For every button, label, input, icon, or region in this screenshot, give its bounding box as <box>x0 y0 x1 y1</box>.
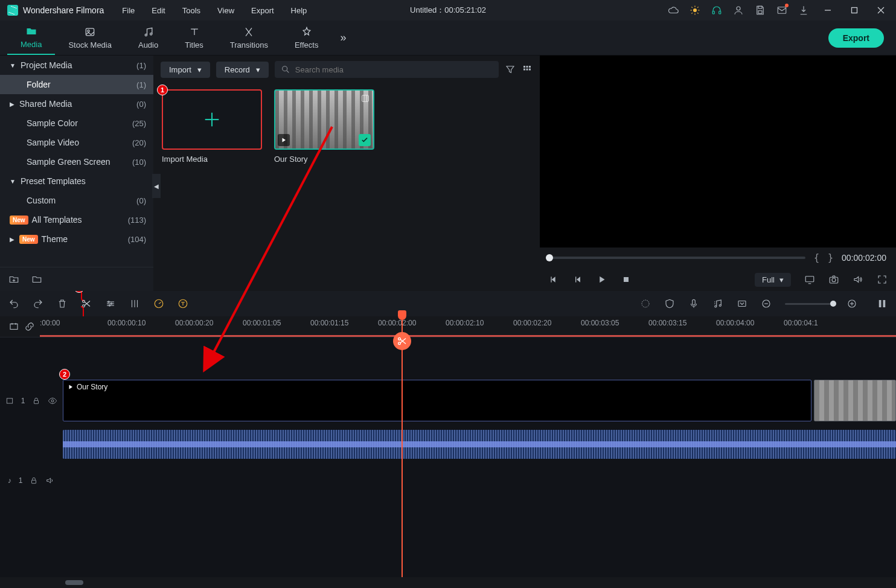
volume-icon[interactable] <box>853 274 863 285</box>
seek-track[interactable] <box>549 257 805 259</box>
audio-clip[interactable] <box>63 430 896 459</box>
mark-out-button[interactable]: } <box>828 252 833 263</box>
new-badge: New <box>19 235 38 244</box>
quality-dropdown[interactable]: Full▾ <box>755 273 791 287</box>
minimize-button[interactable] <box>820 5 836 16</box>
undo-button[interactable] <box>8 298 19 309</box>
plus-icon <box>202 109 222 130</box>
timeline-scrollbar[interactable] <box>0 577 896 588</box>
stop-button[interactable] <box>621 274 632 285</box>
mic-icon[interactable] <box>688 298 699 309</box>
text-icon[interactable] <box>178 298 188 309</box>
video-clip-second[interactable] <box>814 380 896 421</box>
redo-button[interactable] <box>33 298 43 309</box>
speaker-icon[interactable] <box>45 476 55 485</box>
filter-icon[interactable] <box>505 64 516 75</box>
zoom-out-button[interactable] <box>761 298 772 309</box>
ruler[interactable]: :00:0000:00:00:1000:00:00:2000:00:01:050… <box>40 316 896 337</box>
export-button[interactable]: Export <box>828 28 884 48</box>
crop-icon[interactable] <box>105 298 116 309</box>
film-icon <box>360 93 371 104</box>
sidebar-item-preset-templates[interactable]: ▼Preset Templates <box>0 171 153 191</box>
sidebar-item-project-media[interactable]: ▼Project Media(1) <box>0 56 153 75</box>
film-icon <box>5 397 14 405</box>
music-icon[interactable] <box>712 298 723 309</box>
mail-icon[interactable] <box>776 5 787 16</box>
media-card-import[interactable]: 1 Import Media <box>162 89 262 164</box>
menu-view[interactable]: View <box>211 4 240 18</box>
menu-help[interactable]: Help <box>285 4 313 18</box>
audio-mix-icon[interactable] <box>129 298 140 309</box>
check-icon <box>359 134 371 146</box>
sun-icon[interactable] <box>690 5 700 16</box>
download-icon[interactable] <box>798 5 809 16</box>
snapshot-icon[interactable] <box>828 274 839 285</box>
delete-button[interactable] <box>57 298 68 309</box>
tab-stock-media[interactable]: Stock Media <box>55 21 125 55</box>
aspect-icon[interactable] <box>737 298 747 309</box>
menu-file[interactable]: File <box>116 4 141 18</box>
tab-media[interactable]: Media <box>7 21 55 55</box>
more-tabs-button[interactable]: » <box>331 31 354 44</box>
tab-titles[interactable]: Titles <box>171 21 217 55</box>
speed-icon[interactable] <box>153 298 164 309</box>
chevron-down-icon: ▼ <box>10 178 16 185</box>
sidebar-item-sample-color[interactable]: Sample Color(25) <box>0 113 153 133</box>
lock-icon[interactable] <box>30 476 38 485</box>
play-button[interactable] <box>597 274 607 285</box>
sidebar-item-theme[interactable]: ▶NewTheme(104) <box>0 229 153 249</box>
tab-audio[interactable]: Audio <box>125 21 171 55</box>
tab-transitions[interactable]: Transitions <box>217 21 281 55</box>
eye-icon[interactable] <box>48 396 57 406</box>
collapse-sidebar-button[interactable]: ◀ <box>152 174 161 198</box>
marker-icon[interactable] <box>640 298 651 309</box>
timeline-view-icon[interactable] <box>877 298 888 309</box>
step-back-button[interactable] <box>572 274 583 285</box>
playhead[interactable] <box>402 319 403 577</box>
mark-in-button[interactable]: { <box>814 252 819 263</box>
sidebar-item-custom[interactable]: Custom(0) <box>0 191 153 210</box>
svg-point-0 <box>693 8 697 12</box>
lock-icon[interactable] <box>32 397 40 405</box>
new-folder-icon[interactable] <box>8 274 19 285</box>
sidebar-item-folder[interactable]: Folder(1) <box>0 75 153 94</box>
menu-tools[interactable]: Tools <box>176 4 206 18</box>
seek-thumb[interactable] <box>546 254 553 261</box>
shield-icon[interactable] <box>664 298 675 309</box>
link-icon[interactable] <box>24 321 35 332</box>
playhead-head[interactable] <box>398 310 406 320</box>
zoom-slider[interactable] <box>785 303 833 305</box>
maximize-button[interactable] <box>846 5 862 16</box>
zoom-in-button[interactable] <box>846 298 857 309</box>
search-input[interactable] <box>295 65 493 74</box>
menu-export[interactable]: Export <box>245 4 280 18</box>
search-box[interactable] <box>275 61 499 78</box>
sidebar-item-all-templates[interactable]: NewAll Templates(113) <box>0 210 153 229</box>
preview-video[interactable] <box>540 56 896 248</box>
save-icon[interactable] <box>755 5 766 16</box>
media-card-our-story[interactable]: Our Story <box>274 89 374 164</box>
sidebar-item-shared-media[interactable]: ▶Shared Media(0) <box>0 94 153 113</box>
svg-point-20 <box>88 30 89 32</box>
sidebar-item-sample-video[interactable]: Sample Video(20) <box>0 133 153 152</box>
svg-rect-28 <box>523 69 525 71</box>
video-clip[interactable]: Our Story <box>63 380 811 421</box>
svg-rect-36 <box>551 276 551 282</box>
grid-view-icon[interactable] <box>522 64 533 75</box>
import-dropdown[interactable]: Import▾ <box>161 62 210 78</box>
folder-icon[interactable] <box>31 274 42 285</box>
user-icon[interactable] <box>733 5 744 16</box>
fullscreen-icon[interactable] <box>877 274 888 285</box>
headphones-icon[interactable] <box>711 5 722 16</box>
split-marker[interactable] <box>393 332 411 350</box>
timeline-fit-icon[interactable] <box>8 321 19 332</box>
preview-timecode: 00:00:02:00 <box>842 253 886 263</box>
prev-frame-button[interactable] <box>548 274 559 285</box>
record-dropdown[interactable]: Record▾ <box>216 62 269 78</box>
menu-edit[interactable]: Edit <box>146 4 171 18</box>
sidebar-item-sample-green-screen[interactable]: Sample Green Screen(10) <box>0 152 153 171</box>
cloud-icon[interactable] <box>668 5 679 16</box>
tab-effects[interactable]: Effects <box>281 21 332 55</box>
display-icon[interactable] <box>804 274 815 285</box>
close-button[interactable] <box>873 5 889 16</box>
